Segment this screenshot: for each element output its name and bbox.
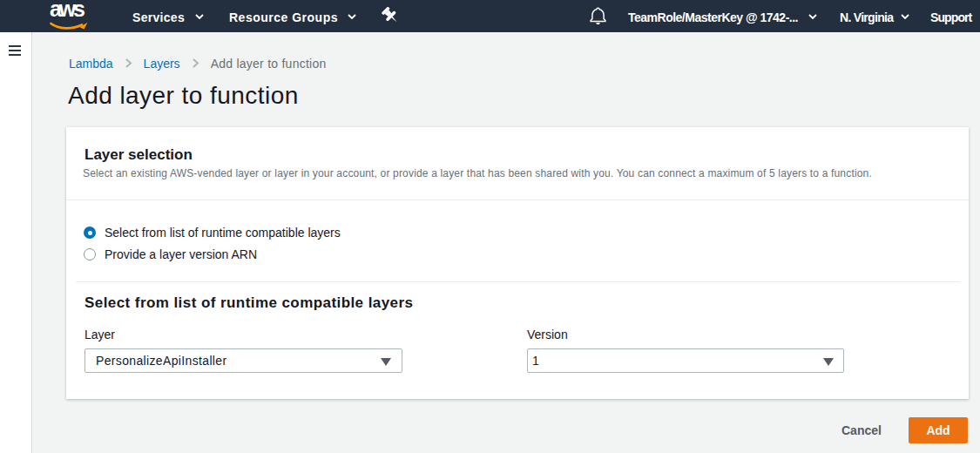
svg-text:aws: aws: [50, 3, 85, 21]
